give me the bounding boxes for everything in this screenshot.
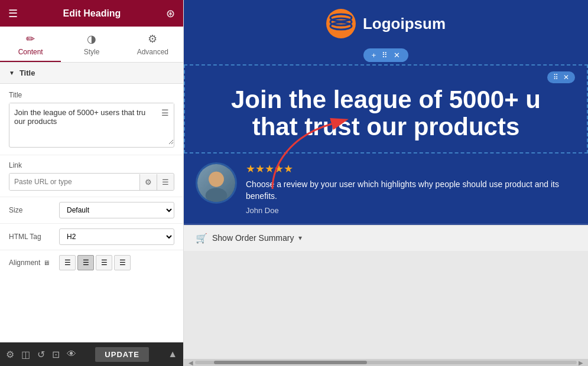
canvas-area: Logoipsum + ⠿ ✕ ⠿ ✕ [184,0,588,359]
review-section: ★★★★★ Choose a review by your user which… [184,153,588,223]
grid-icon[interactable]: ⊛ [166,7,175,20]
align-center-button[interactable]: ☰ [77,255,94,270]
scroll-right-icon[interactable]: ▶ [577,360,585,366]
align-justify-button[interactable]: ☰ [114,255,131,270]
tab-style[interactable]: ◑ Style [61,27,122,62]
eye-icon[interactable]: 👁 [67,349,76,360]
history-icon[interactable]: ↺ [37,349,45,360]
link-input[interactable] [9,174,139,190]
collapse-arrow-icon: ▼ [9,70,15,76]
widget-ctrl-bar: ⠿ ✕ [547,71,575,83]
remove-element-icon[interactable]: ✕ [394,51,400,60]
title-form-section: Title Join the league of 5000+ users tha… [0,84,183,155]
update-button[interactable]: UPDATE [95,347,148,362]
responsive-icon: 🖥 [43,259,50,266]
top-bar: ☰ Edit Heading ⊛ [0,0,183,27]
element-controls: + ⠿ ✕ [184,47,588,64]
right-panel: Logoipsum + ⠿ ✕ ⠿ ✕ [184,0,588,366]
order-summary-text: Show Order Summary [212,233,294,243]
size-row: Size Default Small Medium Large XL XXL [0,197,183,223]
heading-text: Join the league of 5000+ uthat trust our… [197,86,575,140]
avatar [196,162,237,204]
scrollbar-track[interactable] [195,361,577,364]
bottom-bar-left: ⚙ ◫ ↺ ⊡ 👁 [6,349,76,360]
alignment-label: Alignment 🖥 [9,259,53,267]
link-section: Link ⚙ ☰ [0,155,183,197]
title-field-label: Title [9,91,174,99]
title-textarea-wrapper: Join the league of 5000+ users that tru … [9,103,174,148]
hamburger-icon[interactable]: ☰ [8,7,18,20]
widget-move-icon[interactable]: ⠿ [553,73,558,81]
align-right-button[interactable]: ☰ [96,255,112,270]
stars: ★★★★★ [246,162,576,175]
panel-content: ▼ Title Title Join the league of 5000+ u… [0,63,183,342]
advanced-tab-icon: ⚙ [148,32,157,45]
link-settings-icon[interactable]: ⚙ [139,174,157,190]
html-tag-label: HTML Tag [9,233,53,241]
heading-widget[interactable]: ⠿ ✕ Join the league of 5000+ uthat trust… [184,64,588,153]
panel-title: Edit Heading [63,8,121,19]
review-content: ★★★★★ Choose a review by your user which… [246,162,576,214]
link-dynamic-icon[interactable]: ☰ [157,174,174,190]
canvas-scrollbar[interactable]: ◀ ▶ [184,359,588,366]
widget-controls: ⠿ ✕ [197,71,575,83]
svg-point-5 [206,188,228,204]
title-section-header[interactable]: ▼ Title [0,63,183,84]
style-tab-icon: ◑ [87,32,96,45]
link-field-label: Link [9,161,174,169]
html-tag-row: HTML Tag H1 H2 H3 H4 H5 H6 div span [0,223,183,250]
tab-content-label: Content [18,48,43,56]
alignment-row: Alignment 🖥 ☰ ☰ ☰ ☰ [0,250,183,275]
logo-icon [326,9,356,38]
tabs-bar: ✏ Content ◑ Style ⚙ Advanced [0,27,183,63]
tab-style-label: Style [84,48,100,56]
html-tag-select[interactable]: H1 H2 H3 H4 H5 H6 div span [59,228,174,245]
left-panel: ☰ Edit Heading ⊛ ✏ Content ◑ Style ⚙ Adv… [0,0,184,366]
settings-icon[interactable]: ⚙ [6,349,14,360]
tab-content[interactable]: ✏ Content [0,27,61,62]
cart-icon: 🛒 [196,233,207,244]
align-left-button[interactable]: ☰ [59,255,76,270]
avatar-placeholder [197,164,235,202]
svg-point-6 [209,172,224,187]
bottom-bar: ⚙ ◫ ↺ ⊡ 👁 UPDATE ▲ [0,342,183,366]
expand-icon[interactable]: ▲ [168,349,177,360]
title-textarea[interactable]: Join the league of 5000+ users that tru … [9,103,174,145]
canvas-header: Logoipsum [184,0,588,47]
link-input-row: ⚙ ☰ [9,173,174,191]
add-element-icon[interactable]: + [372,51,376,60]
tab-advanced-label: Advanced [137,48,168,56]
size-label: Size [9,206,53,214]
review-text: Choose a review by your user which highl… [246,179,576,202]
text-dynamic-icon[interactable]: ☰ [161,108,169,117]
widget-remove-icon[interactable]: ✕ [563,73,569,81]
move-element-icon[interactable]: ⠿ [382,51,388,60]
scrollbar-thumb[interactable] [214,361,366,364]
layers-icon[interactable]: ◫ [21,349,30,360]
chevron-down-icon: ▾ [298,234,302,242]
order-summary-bar[interactable]: 🛒 Show Order Summary ▾ [184,225,588,251]
size-select[interactable]: Default Small Medium Large XL XXL [59,202,174,218]
tab-advanced[interactable]: ⚙ Advanced [122,27,183,62]
reviewer-name: John Doe [246,206,576,215]
alignment-buttons: ☰ ☰ ☰ ☰ [59,255,131,270]
responsive-toggle-icon[interactable]: ⊡ [52,349,60,360]
title-section-label: Title [20,68,35,77]
logo-text: Logoipsum [363,15,446,33]
content-tab-icon: ✏ [26,32,35,45]
scroll-left-icon[interactable]: ◀ [187,360,195,366]
